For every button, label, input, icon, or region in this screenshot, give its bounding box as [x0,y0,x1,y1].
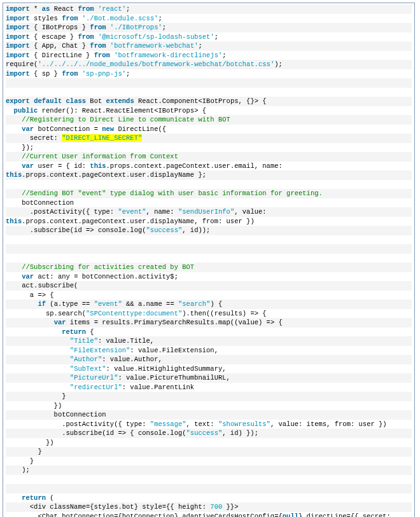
token: styles [30,15,62,22]
token: , name: [146,208,178,216]
token: from [94,52,110,59]
token: "search" [178,300,210,308]
token: from [78,33,94,41]
token: { sp } [30,70,62,78]
code-line: //Current User information from Context [6,152,412,162]
token: botConnection = [34,125,102,133]
code-line: //Sending BOT "event" type dialog with u… [6,189,412,198]
token: <div className={styles.bot} style={{ hei… [6,503,210,511]
token: React [50,5,78,13]
code-line: var act: any = botConnection.activity$; [6,272,412,282]
token: ; [198,42,202,50]
token: from [90,42,106,50]
token [6,107,14,114]
code-line: "PictureUrl": value.PictureThumbnailURL, [6,373,412,383]
token: DirectLine({ [114,125,166,133]
token: import [6,70,30,78]
token: this [6,217,22,225]
token: : value.HitHighlightedSummary, [106,365,227,373]
code-line: <Chat botConnection={botConnection} adap… [6,512,412,518]
token: ); [6,466,30,474]
token: }}> [222,503,238,511]
code-line [6,235,412,245]
code-line: import { IBotProps } from './IBotProps'; [6,23,412,32]
token [6,383,70,391]
token: .postActivity({ type: [6,420,150,428]
token: "success" [146,226,183,234]
token: "FileExtension" [70,347,130,354]
code-line: botConnection [6,198,412,208]
token: botConnection [6,199,74,207]
code-block: import * as React from 'react';import st… [3,3,415,517]
token: var [54,319,66,326]
token: var [22,162,34,170]
token: { [86,328,94,336]
code-line: "Title": value.Title, [6,336,412,346]
token: //Subscribing for activities created by … [22,263,194,271]
code-line: var botConnection = new DirectLine({ [6,125,412,134]
token: , text: [186,420,218,428]
token: '@microsoft/sp-lodash-subset' [98,33,214,41]
token: var [22,125,34,133]
token [6,181,10,188]
token: , id) }); [222,429,258,437]
token: , id)); [182,226,210,234]
token: user = { id: [34,162,90,170]
code-line: .postActivity({ type: "event", name: "se… [6,207,412,217]
code-line: import * as React from 'react'; [6,4,412,14]
token: "event" [94,300,122,308]
code-line: //Subscribing for activities created by … [6,263,412,272]
token: items = results.PrimarySearchResults.map… [66,319,283,326]
token: .subscribe(id => { console.log( [6,429,186,437]
token [6,328,62,336]
token: ).then((results) => { [182,310,266,317]
token: .props.context.pageContext.user.displayN… [22,217,254,225]
token: "SPContenttype:document" [86,310,182,317]
token [6,365,70,373]
code-line [6,244,412,254]
code-line: export default class Bot extends React.C… [6,97,412,106]
token: }) [6,439,54,446]
code-line: public render(): React.ReactElement<IBot… [6,106,412,116]
token: ; [126,5,130,13]
token [6,236,10,244]
token: import [6,42,30,50]
token: secret: [6,134,62,142]
token: { App, Chat } [30,42,90,50]
token: "DIRECT_LINE_SECRET" [62,134,142,142]
token: "Author" [70,355,102,363]
token: return [22,494,46,502]
token: "event" [118,208,146,216]
token: (a.type == [46,300,94,308]
token: .props.context.pageContext.user.email, n… [106,162,287,170]
code-line [6,484,412,493]
token [6,476,10,483]
code-line: //Registering to Direct Line to communic… [6,115,412,125]
code-line: .subscribe(id => console.log("success", … [6,226,412,235]
token: 'react' [98,5,126,13]
code-line: secret: "DIRECT_LINE_SECRET" [6,134,412,143]
token [6,485,10,492]
code-line: .subscribe(id => { console.log("success"… [6,429,412,438]
token: : value.PictureThumbnailURL, [118,374,230,382]
token [6,374,70,382]
token: ; [162,24,166,31]
code-line: this.props.context.pageContext.user.disp… [6,170,412,180]
code-line: "SubText": value.HitHighlightedSummary, [6,364,412,374]
code-line: sp.search("SPContenttype:document").then… [6,309,412,319]
token: import [6,15,30,22]
token: Bot [86,97,106,105]
token [6,300,38,308]
token [6,254,10,262]
token [6,337,70,345]
code-line: require('../../../../node_modules/botfra… [6,60,412,69]
token: './Bot.module.scss' [82,15,158,22]
token: , value: items, from: user }) [270,420,387,428]
code-line: return ( [6,493,412,503]
token: new [102,125,114,133]
token: }); [6,144,34,151]
token [6,273,22,280]
token: public [14,107,38,114]
token: "sendUserInfo" [178,208,234,216]
token: from [78,5,94,13]
